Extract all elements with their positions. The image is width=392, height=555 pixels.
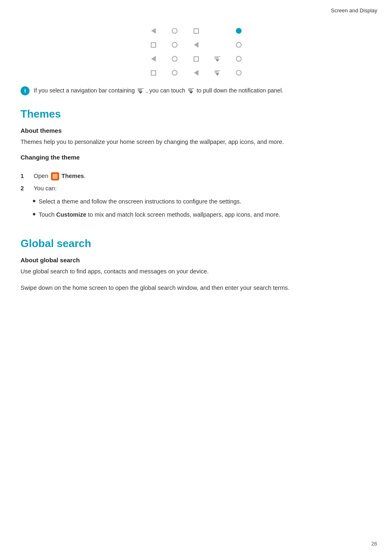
- circle-icon-r4c2: [170, 68, 180, 78]
- back-icon-r4c3: [191, 68, 201, 78]
- empty-r2c4: [212, 40, 222, 50]
- nav-row-1: [148, 26, 244, 36]
- step-2: 2 You can:: [21, 184, 371, 194]
- square-icon-r4c1: [148, 68, 158, 78]
- nav-bar-diagram: [0, 26, 392, 78]
- square-icon-r1c3: [191, 26, 201, 36]
- circle-empty-r3c5: [234, 54, 244, 64]
- about-global-search-title: About global search: [21, 257, 371, 264]
- bullet-dot-2: [33, 213, 35, 215]
- page-number: 26: [371, 541, 377, 547]
- nav-row-3: [148, 54, 244, 64]
- step-1-number: 1: [21, 171, 29, 181]
- bullet-item-1: Select a theme and follow the onscreen i…: [33, 197, 371, 207]
- pulldown-icon-r3c4: [212, 54, 222, 64]
- page-header: Screen and Display: [0, 0, 392, 14]
- inline-pulldown-icon-1: [138, 88, 143, 94]
- inline-pulldown-icon-2: [188, 88, 194, 94]
- about-themes-text: Themes help you to personalize your home…: [21, 137, 371, 147]
- step-1-text: Open Themes.: [34, 171, 85, 181]
- circle-icon-r1c2: [170, 26, 180, 36]
- info-note-text: If you select a navigation bar containin…: [34, 86, 371, 95]
- themes-app-icon: [51, 172, 59, 180]
- about-global-search-text1: Use global search to find apps, contacts…: [21, 267, 371, 277]
- global-search-section-title: Global search: [21, 237, 371, 250]
- changing-theme-title: Changing the theme: [21, 154, 371, 161]
- bullet-list: Select a theme and follow the onscreen i…: [33, 197, 371, 220]
- header-title: Screen and Display: [331, 7, 377, 14]
- about-themes-title: About themes: [21, 127, 371, 134]
- step-2-number: 2: [21, 184, 29, 194]
- square-icon-r3c3: [191, 54, 201, 64]
- circle-icon-r2c2: [170, 40, 180, 50]
- about-global-search-text2: Swipe down on the home screen to open th…: [21, 283, 371, 293]
- themes-section-title: Themes: [21, 108, 371, 120]
- back-icon-r1c1: [148, 26, 158, 36]
- bullet-dot-1: [33, 200, 35, 202]
- step-1: 1 Open Themes.: [21, 171, 371, 181]
- info-icon: i: [21, 86, 30, 95]
- empty-r1c4: [212, 26, 222, 36]
- nav-row-4: [148, 68, 244, 78]
- circle-empty-r4c5: [234, 68, 244, 78]
- bullet-2-text: Touch Customize to mix and match lock sc…: [39, 210, 280, 220]
- info-note: i If you select a navigation bar contain…: [21, 86, 371, 95]
- nav-row-2: [148, 40, 244, 50]
- bullet-item-2: Touch Customize to mix and match lock sc…: [33, 210, 371, 220]
- steps-list: 1 Open Themes. 2 You can:: [21, 171, 371, 194]
- square-icon-r2c1: [148, 40, 158, 50]
- filled-circle-r1c5: [234, 26, 244, 36]
- pulldown-icon-r4c4: [212, 68, 222, 78]
- circle-icon-r3c2: [170, 54, 180, 64]
- step-2-text: You can:: [34, 184, 57, 194]
- back-icon-r3c1: [148, 54, 158, 64]
- circle-empty-r2c5: [234, 40, 244, 50]
- bullet-1-text: Select a theme and follow the onscreen i…: [39, 197, 241, 207]
- back-icon-r2c3: [191, 40, 201, 50]
- themes-app-icon-inner: [53, 174, 58, 179]
